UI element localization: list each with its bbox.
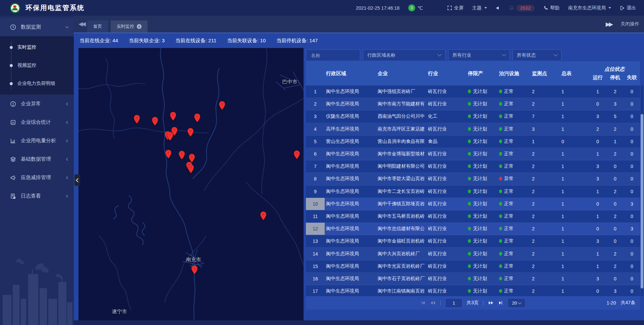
user-menu[interactable]: 南充市生态环境局 bbox=[568, 5, 611, 11]
speaker-icon[interactable] bbox=[496, 6, 500, 10]
map-marker-pin[interactable] bbox=[165, 150, 172, 159]
sidebar-item[interactable]: 企业异常 bbox=[0, 95, 74, 113]
table-row[interactable]: 17阆中生态环境局阆中市江南镇阆南页岩砖瓦行业无计划正常21030 bbox=[306, 285, 640, 296]
industry-select[interactable]: 所有行业 bbox=[448, 49, 510, 61]
cell-stopped: 2 bbox=[606, 126, 624, 132]
cell-run: 0 bbox=[589, 226, 606, 231]
tab-home[interactable]: 首页 bbox=[87, 20, 108, 33]
table-row[interactable]: 4高坪生态环境局南充市高坪区王家店建砖瓦行业无计划正常31220 bbox=[306, 123, 640, 136]
sidebar-subitem[interactable]: 企业电力负荷明细 bbox=[0, 74, 74, 93]
next-page-icon[interactable] bbox=[488, 300, 494, 306]
map-marker-pin[interactable] bbox=[187, 128, 194, 137]
page-size-select[interactable]: 20 bbox=[507, 298, 526, 308]
last-page-icon[interactable] bbox=[498, 300, 503, 306]
first-page-icon[interactable] bbox=[420, 300, 426, 306]
page-number-input[interactable] bbox=[445, 298, 463, 308]
map-panel[interactable]: 巴中市南充市遂宁市 bbox=[78, 48, 304, 320]
cell-company: 阆中市光富页岩机砖厂 bbox=[376, 263, 427, 269]
col-region: 行政区域 bbox=[325, 70, 376, 77]
tabs-scroll-left-icon[interactable]: ◀◀ bbox=[78, 20, 85, 28]
sidebar-subitem[interactable]: 实时监控 bbox=[0, 38, 74, 56]
table-row[interactable]: 13阆中生态环境局阆中市金福旺页岩机砖砖瓦行业无计划正常21300 bbox=[306, 235, 640, 248]
sidebar-item[interactable]: 日志查看 bbox=[0, 187, 74, 205]
theme-button[interactable]: 主题 bbox=[472, 5, 487, 11]
cell-facility-status: 正常 bbox=[497, 263, 527, 269]
map-marker-pin[interactable] bbox=[191, 265, 198, 274]
footer-strip bbox=[0, 320, 644, 325]
map-marker-pin[interactable] bbox=[189, 154, 195, 163]
table-row[interactable]: 3仪陇生态环境局西南油气田分公司川中化工无计划正常71350 bbox=[306, 110, 640, 123]
help-button[interactable]: 帮助 bbox=[543, 5, 559, 11]
table-row[interactable]: 7阆中生态环境局阆中明阳建材有限公司砖瓦行业无计划正常21300 bbox=[306, 160, 640, 173]
notifications-button[interactable]: 2632 bbox=[509, 5, 535, 11]
close-operations-button[interactable]: 关闭操作 bbox=[621, 21, 639, 27]
map-city-label: 南充市 bbox=[186, 257, 201, 263]
map-marker-pin[interactable] bbox=[170, 112, 176, 121]
map-marker-pin[interactable] bbox=[152, 117, 158, 126]
status-dot-green-icon bbox=[499, 164, 502, 168]
cell-stop-status: 无计划 bbox=[466, 226, 497, 232]
sidebar-item[interactable]: 企业综合统计 bbox=[0, 113, 74, 131]
cell-meters: 1 bbox=[558, 101, 589, 107]
map-marker-pin[interactable] bbox=[260, 211, 267, 220]
cell-stopped: 2 bbox=[606, 189, 624, 194]
cell-industry: 砖瓦行业 bbox=[427, 176, 466, 182]
prev-page-icon[interactable] bbox=[430, 300, 436, 306]
close-icon[interactable]: × bbox=[137, 24, 142, 29]
map-marker-pin[interactable] bbox=[194, 113, 201, 122]
sidebar-collapse-handle[interactable] bbox=[74, 174, 80, 186]
chevron-left-icon bbox=[65, 194, 69, 198]
cell-run: 1 bbox=[589, 89, 606, 94]
map-marker-pin[interactable] bbox=[178, 151, 185, 160]
cell-facility-status: 正常 bbox=[497, 213, 527, 219]
name-search-input[interactable] bbox=[310, 52, 356, 58]
map-marker-pin[interactable] bbox=[167, 132, 173, 141]
cell-stop-status: 无计划 bbox=[466, 101, 497, 107]
region-select[interactable]: 行政区域名称 bbox=[363, 49, 445, 61]
table-scrollbar[interactable] bbox=[641, 86, 643, 296]
table-row[interactable]: 8阆中生态环境局阆中市枣碧大梁山页岩砖瓦行业无计划异常21300 bbox=[306, 173, 640, 185]
table-row[interactable]: 2阆中生态环境局阆中市南方节能建材有砖瓦行业无计划正常21030 bbox=[306, 98, 640, 110]
cell-stop-status: 无计划 bbox=[466, 163, 497, 169]
map-marker-pin[interactable] bbox=[133, 115, 140, 124]
stat-value: 10 bbox=[260, 38, 266, 43]
sidebar-item[interactable]: 应急减排管理 bbox=[0, 168, 74, 187]
cell-stopped: 2 bbox=[606, 214, 624, 219]
name-search-field[interactable] bbox=[306, 49, 360, 61]
cell-stopped: 2 bbox=[606, 251, 624, 257]
tab-realtime-monitor[interactable]: 实时监控 × bbox=[111, 20, 148, 33]
map-marker-pin[interactable] bbox=[219, 101, 225, 110]
cell-industry: 砖瓦行业 bbox=[427, 101, 466, 107]
cell-lost: 0 bbox=[624, 189, 640, 194]
table-row[interactable]: 6阆中生态环境局阆中市金博瑞新型墙材砖瓦行业无计划正常21120 bbox=[306, 148, 640, 160]
cell-meters: 1 bbox=[558, 164, 589, 169]
total-count-label: 共47条 bbox=[621, 300, 635, 306]
map-city-label: 遂宁市 bbox=[112, 309, 127, 315]
chevron-left-icon bbox=[76, 178, 80, 182]
fullscreen-button[interactable]: 全屏 bbox=[447, 5, 464, 11]
cell-industry: 砖瓦行业 bbox=[427, 201, 466, 207]
logout-button[interactable]: 退出 bbox=[620, 5, 636, 11]
table-row[interactable]: 12阆中生态环境局阆中市忠信建材有限公砖瓦行业无计划正常21003 bbox=[306, 223, 640, 235]
sidebar-item[interactable]: 企业用电量分析 bbox=[0, 131, 74, 150]
table-row[interactable]: 15阆中生态环境局阆中市光富页岩机砖厂砖瓦行业无计划正常21120 bbox=[306, 260, 640, 273]
cell-company: 阆中市二龙长宝页岩砖 bbox=[376, 188, 427, 195]
table-row[interactable]: 5营山生态环境局营山县润丰肉食品有限食品无计划正常10010 bbox=[306, 136, 640, 148]
status-select[interactable]: 所有状态 bbox=[513, 49, 561, 61]
scrollbar-thumb[interactable] bbox=[641, 114, 643, 288]
map-marker-pin[interactable] bbox=[187, 164, 194, 173]
table-row[interactable]: 14阆中生态环境局阆中大兴页岩机砖厂砖瓦行业无计划正常21120 bbox=[306, 248, 640, 260]
map-marker-pin[interactable] bbox=[293, 150, 300, 159]
sidebar-subitem[interactable]: 视频监控 bbox=[0, 56, 74, 74]
table-row[interactable]: 9阆中生态环境局阆中市二龙长宝页岩砖砖瓦行业无计划正常21120 bbox=[306, 185, 640, 198]
table-row[interactable]: 16阆中生态环境局阆中市石子页岩机砖厂砖瓦行业无计划正常21300 bbox=[306, 273, 640, 285]
table-row[interactable]: 1阆中生态环境局阆中强锐页岩砖厂砖瓦行业无计划正常21120 bbox=[306, 86, 640, 98]
cell-lost: 0 bbox=[624, 251, 640, 257]
sidebar-item[interactable]: 基础数据管理 bbox=[0, 150, 74, 168]
table-row[interactable]: 11阆中生态环境局阆中市五马桥页岩机砖砖瓦行业无计划正常21120 bbox=[306, 210, 640, 223]
cell-points: 1 bbox=[527, 139, 558, 144]
table-row[interactable]: 10阆中生态环境局阆中千佛镇五郎垭页岩砖瓦行业无计划正常21003 bbox=[306, 198, 640, 210]
tabs-scroll-right-icon[interactable]: ▶▶ bbox=[606, 21, 612, 28]
cell-facility-status: 正常 bbox=[497, 151, 527, 157]
sidebar-item[interactable]: 数据监测 bbox=[0, 18, 74, 36]
